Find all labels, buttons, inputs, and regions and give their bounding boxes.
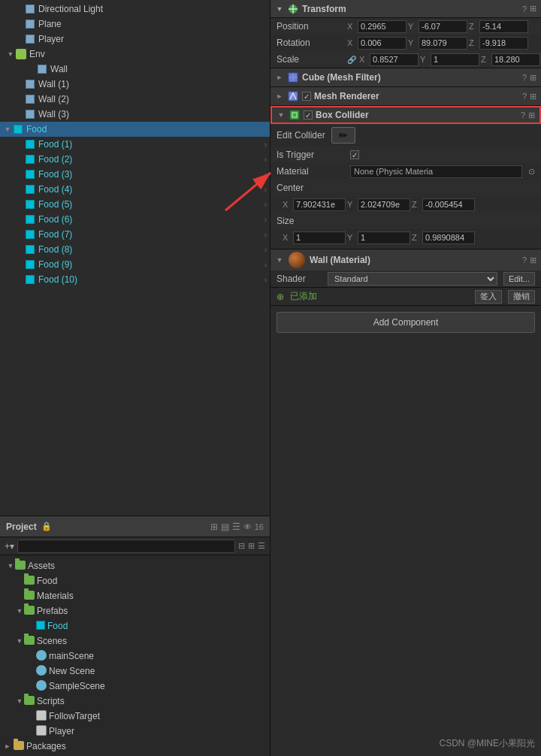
add-btn[interactable]: +▾	[5, 541, 14, 552]
hier-item-food5[interactable]: Food (5) ›	[0, 197, 270, 212]
proj-item-follow-target[interactable]: FollowTarget	[0, 709, 270, 724]
hier-item-food6[interactable]: Food (6) ›	[0, 212, 270, 227]
proj-item-sample-scene[interactable]: SampleScene	[0, 679, 270, 694]
expand-arrow	[15, 185, 24, 194]
proj-item-player-script[interactable]: Player	[0, 724, 270, 739]
hier-item-food9[interactable]: Food (9) ›	[0, 257, 270, 272]
mesh-renderer-header[interactable]: ✓ Mesh Renderer ? ⊞	[270, 87, 541, 105]
hier-item-food8[interactable]: Food (8) ›	[0, 242, 270, 257]
mesh-renderer-expand[interactable]	[275, 92, 284, 101]
settings-icon[interactable]: ⊞	[530, 256, 536, 265]
hier-item-wall[interactable]: Wall	[12, 62, 270, 77]
hier-item-food1[interactable]: Food (1) ›	[0, 137, 270, 152]
settings-icon[interactable]: ⊞	[530, 73, 536, 83]
position-y[interactable]	[419, 20, 467, 33]
sign-in-button[interactable]: 签入	[475, 290, 502, 304]
hier-item-food2[interactable]: Food (2) ›	[0, 152, 270, 167]
lock-icon[interactable]: 🔒	[41, 522, 52, 532]
settings-icon[interactable]: ⊞	[530, 92, 536, 101]
tree-view-btn[interactable]: ⊞	[248, 541, 255, 551]
help-icon[interactable]: ?	[522, 73, 527, 82]
center-x[interactable]	[293, 198, 346, 211]
layout-icon[interactable]: ▤	[221, 522, 229, 532]
position-z[interactable]	[479, 20, 528, 33]
expand-arrow[interactable]	[15, 697, 24, 706]
filter-icon[interactable]: ☰	[232, 522, 240, 532]
expand-arrow[interactable]	[15, 637, 24, 646]
search-input[interactable]	[17, 540, 235, 553]
proj-item-materials[interactable]: Materials	[0, 588, 270, 603]
expand-arrow	[15, 35, 24, 44]
box-collider-header[interactable]: ✓ Box Collider ? ⊞	[270, 106, 541, 124]
hier-item-food3[interactable]: Food (3) ›	[0, 167, 270, 182]
shader-dropdown[interactable]: Standard	[328, 272, 497, 286]
material-value[interactable]: None (Physic Materia	[350, 165, 522, 178]
edit-collider-button[interactable]: ✏	[331, 127, 355, 144]
wall-material-header[interactable]: Wall (Material) ? ⊞	[270, 249, 541, 271]
proj-item-assets[interactable]: Assets	[0, 558, 270, 573]
expand-arrow-food[interactable]	[3, 125, 12, 134]
expand-arrow	[15, 95, 24, 104]
eye-icon[interactable]: 👁	[243, 522, 252, 531]
center-y[interactable]	[358, 198, 410, 211]
hier-item-directional-light[interactable]: Directional Light	[0, 2, 270, 17]
rotation-y[interactable]	[419, 37, 467, 50]
mesh-filter-header[interactable]: Cube (Mesh Filter) ? ⊞	[270, 68, 541, 86]
item-label: Food (8)	[38, 244, 72, 255]
proj-item-main-scene[interactable]: mainScene	[0, 649, 270, 664]
proj-item-packages[interactable]: Packages	[0, 739, 270, 754]
help-icon[interactable]: ?	[522, 5, 527, 14]
position-x[interactable]	[358, 20, 407, 33]
proj-item-prefabs[interactable]: Prefabs	[0, 603, 270, 618]
rotation-x[interactable]	[358, 37, 407, 50]
settings2-btn[interactable]: ☰	[258, 541, 265, 551]
settings-icon[interactable]: ⊞	[530, 4, 536, 14]
hier-item-wall1[interactable]: Wall (1)	[0, 77, 270, 92]
wall-material-expand[interactable]	[275, 256, 284, 265]
hier-item-env[interactable]: Env	[0, 47, 270, 62]
hier-item-wall3[interactable]: Wall (3)	[0, 107, 270, 122]
expand-arrow	[15, 5, 24, 14]
folder-view-btn[interactable]: ⊟	[238, 541, 245, 551]
hier-item-food7[interactable]: Food (7) ›	[0, 227, 270, 242]
box-collider-checkbox[interactable]: ✓	[304, 110, 313, 119]
grid-icon[interactable]: ⊞	[210, 522, 218, 532]
expand-arrow[interactable]	[3, 742, 12, 751]
hier-item-plane[interactable]: Plane	[0, 17, 270, 32]
size-y[interactable]	[358, 231, 410, 244]
proj-item-food-asset[interactable]: Food	[0, 573, 270, 588]
cancel-button[interactable]: 撤销	[508, 290, 535, 304]
settings-icon[interactable]: ⊞	[528, 110, 535, 120]
scale-z[interactable]	[491, 53, 540, 66]
hier-item-wall2[interactable]: Wall (2)	[0, 92, 270, 107]
mesh-renderer-checkbox[interactable]: ✓	[302, 92, 311, 101]
expand-arrow-env[interactable]	[6, 50, 15, 59]
hier-item-food10[interactable]: Food (10) ›	[0, 272, 270, 287]
help-icon[interactable]: ?	[522, 92, 527, 101]
proj-item-new-scene[interactable]: New Scene	[0, 664, 270, 679]
scale-x[interactable]	[370, 53, 419, 66]
expand-arrow[interactable]	[15, 606, 24, 615]
expand-arrow[interactable]	[6, 561, 15, 570]
help-icon[interactable]: ?	[521, 110, 525, 119]
size-x[interactable]	[293, 231, 346, 244]
add-component-button[interactable]: Add Component	[277, 312, 535, 333]
center-z[interactable]	[422, 198, 475, 211]
is-trigger-checkbox[interactable]: ✓	[350, 150, 359, 159]
hier-item-food[interactable]: Food ›	[0, 122, 270, 137]
mesh-filter-expand[interactable]	[275, 73, 284, 82]
hier-item-food4[interactable]: Food (4) ›	[0, 182, 270, 197]
rotation-z[interactable]	[479, 37, 528, 50]
size-z[interactable]	[422, 231, 475, 244]
proj-item-food-prefab[interactable]: Food	[0, 618, 270, 634]
hier-item-player[interactable]: Player	[0, 32, 270, 47]
edit-shader-button[interactable]: Edit...	[503, 272, 535, 286]
material-select-icon[interactable]: ⊙	[528, 167, 535, 177]
transform-header[interactable]: Transform ? ⊞	[270, 0, 541, 18]
proj-item-scenes[interactable]: Scenes	[0, 634, 270, 649]
transform-expand[interactable]	[275, 5, 284, 14]
help-icon[interactable]: ?	[522, 256, 527, 265]
scale-y[interactable]	[431, 53, 479, 66]
box-collider-expand[interactable]	[277, 110, 286, 119]
proj-item-scripts[interactable]: Scripts	[0, 694, 270, 709]
